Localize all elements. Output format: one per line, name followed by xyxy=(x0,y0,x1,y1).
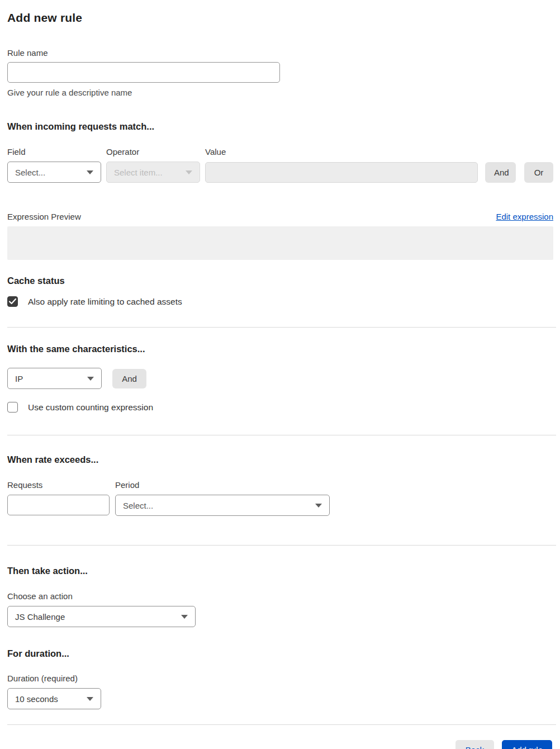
action-select[interactable]: JS Challenge xyxy=(7,606,196,627)
chevron-down-icon xyxy=(87,170,93,174)
value-label: Value xyxy=(205,147,226,157)
duration-heading: For duration... xyxy=(7,648,553,659)
period-label: Period xyxy=(115,480,139,490)
expression-header-row: Expression Preview Edit expression xyxy=(7,212,553,221)
section-divider xyxy=(7,435,556,435)
match-heading: When incoming requests match... xyxy=(7,121,553,132)
requests-label: Requests xyxy=(7,480,115,490)
characteristic-select-value: IP xyxy=(15,374,23,383)
add-rule-form: Add new rule Rule name Give your rule a … xyxy=(0,0,560,749)
choose-action-label: Choose an action xyxy=(7,591,553,601)
custom-counting-checkbox[interactable] xyxy=(7,402,18,413)
match-section: When incoming requests match... Field Op… xyxy=(7,121,553,183)
characteristic-select[interactable]: IP xyxy=(7,368,102,389)
checkmark-icon xyxy=(9,298,16,305)
characteristics-section: With the same characteristics... IP And … xyxy=(7,344,553,413)
operator-select-placeholder: Select item... xyxy=(114,168,163,177)
cache-status-heading: Cache status xyxy=(7,276,553,286)
duration-section: For duration... Duration (required) 10 s… xyxy=(7,648,553,709)
edit-expression-link[interactable]: Edit expression xyxy=(496,212,553,221)
cached-assets-checkbox[interactable] xyxy=(7,296,18,307)
characteristics-and-button[interactable]: And xyxy=(112,369,146,388)
field-select[interactable]: Select... xyxy=(7,162,101,183)
rate-section: When rate exceeds... Requests Period Sel… xyxy=(7,454,553,516)
rule-name-block: Rule name Give your rule a descriptive n… xyxy=(7,48,553,97)
duration-select[interactable]: 10 seconds xyxy=(7,688,101,709)
action-section: Then take action... Choose an action JS … xyxy=(7,566,553,627)
chevron-down-icon xyxy=(186,170,192,174)
cache-status-section: Cache status Also apply rate limiting to… xyxy=(7,276,553,307)
rate-heading: When rate exceeds... xyxy=(7,454,553,465)
section-divider xyxy=(7,724,556,725)
counting-expression-row: Use custom counting expression xyxy=(7,402,553,413)
and-button[interactable]: And xyxy=(485,162,516,183)
section-divider xyxy=(7,545,556,546)
cached-assets-checkbox-label[interactable]: Also apply rate limiting to cached asset… xyxy=(28,297,182,307)
rule-name-label: Rule name xyxy=(7,48,553,58)
or-button[interactable]: Or xyxy=(524,162,553,183)
requests-input[interactable] xyxy=(7,495,110,515)
field-label: Field xyxy=(7,147,106,157)
expression-preview-box xyxy=(7,226,553,260)
action-heading: Then take action... xyxy=(7,566,553,576)
custom-counting-checkbox-label[interactable]: Use custom counting expression xyxy=(28,402,153,413)
field-select-placeholder: Select... xyxy=(15,168,45,177)
add-rule-button[interactable]: Add rule xyxy=(502,740,552,749)
characteristics-heading: With the same characteristics... xyxy=(7,344,553,354)
cache-checkbox-row: Also apply rate limiting to cached asset… xyxy=(7,296,553,307)
chevron-down-icon xyxy=(87,377,94,381)
operator-select[interactable]: Select item... xyxy=(106,162,200,183)
chevron-down-icon xyxy=(181,615,188,619)
value-input[interactable] xyxy=(205,162,478,183)
back-button[interactable]: Back xyxy=(455,740,494,749)
duration-label: Duration (required) xyxy=(7,674,553,683)
action-select-value: JS Challenge xyxy=(15,612,65,622)
rule-name-input[interactable] xyxy=(7,62,280,83)
period-select[interactable]: Select... xyxy=(115,495,330,516)
operator-label: Operator xyxy=(106,147,205,157)
expression-preview-label: Expression Preview xyxy=(7,212,81,221)
page-title: Add new rule xyxy=(7,11,553,25)
chevron-down-icon xyxy=(87,697,93,701)
chevron-down-icon xyxy=(315,504,322,508)
section-divider xyxy=(7,327,556,328)
footer-actions: Back Add rule xyxy=(7,740,553,749)
rule-name-helper: Give your rule a descriptive name xyxy=(7,88,553,97)
period-select-placeholder: Select... xyxy=(123,501,153,510)
duration-select-value: 10 seconds xyxy=(15,694,58,704)
